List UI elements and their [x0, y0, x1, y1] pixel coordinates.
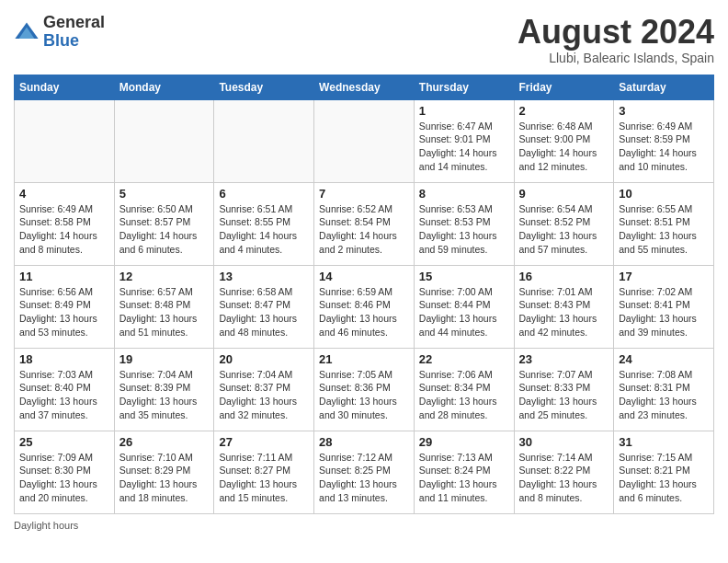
logo-text: General Blue: [43, 14, 105, 51]
calendar-cell: 1Sunrise: 6:47 AMSunset: 9:01 PMDaylight…: [414, 99, 514, 182]
calendar-week-row: 25Sunrise: 7:09 AMSunset: 8:30 PMDayligh…: [15, 431, 714, 513]
day-info: Sunrise: 6:51 AMSunset: 8:55 PMDaylight:…: [219, 202, 309, 257]
day-number: 3: [619, 104, 709, 118]
calendar-cell: [114, 99, 214, 182]
day-info: Sunrise: 6:53 AMSunset: 8:53 PMDaylight:…: [419, 202, 509, 257]
day-info: Sunrise: 7:12 AMSunset: 8:25 PMDaylight:…: [319, 451, 409, 505]
calendar-cell: 9Sunrise: 6:54 AMSunset: 8:52 PMDaylight…: [514, 182, 614, 265]
day-number: 16: [519, 270, 609, 283]
calendar-cell: 25Sunrise: 7:09 AMSunset: 8:30 PMDayligh…: [15, 431, 115, 513]
day-number: 21: [319, 352, 409, 366]
day-info: Sunrise: 6:47 AMSunset: 9:01 PMDaylight:…: [419, 120, 509, 174]
calendar-cell: [214, 99, 314, 182]
day-number: 8: [419, 187, 509, 201]
day-info: Sunrise: 7:11 AMSunset: 8:27 PMDaylight:…: [219, 451, 309, 505]
day-number: 24: [619, 352, 709, 366]
calendar-cell: 20Sunrise: 7:04 AMSunset: 8:37 PMDayligh…: [214, 348, 314, 431]
calendar-cell: 11Sunrise: 6:56 AMSunset: 8:49 PMDayligh…: [15, 265, 115, 348]
calendar-cell: 6Sunrise: 6:51 AMSunset: 8:55 PMDaylight…: [214, 182, 314, 265]
day-info: Sunrise: 7:04 AMSunset: 8:39 PMDaylight:…: [119, 368, 210, 422]
calendar-cell: 26Sunrise: 7:10 AMSunset: 8:29 PMDayligh…: [114, 431, 214, 513]
day-number: 30: [519, 435, 609, 449]
day-info: Sunrise: 6:54 AMSunset: 8:52 PMDaylight:…: [519, 202, 609, 257]
day-number: 31: [619, 435, 709, 449]
calendar-cell: 22Sunrise: 7:06 AMSunset: 8:34 PMDayligh…: [414, 348, 514, 431]
day-info: Sunrise: 6:58 AMSunset: 8:47 PMDaylight:…: [219, 285, 309, 339]
calendar-cell: 15Sunrise: 7:00 AMSunset: 8:44 PMDayligh…: [414, 265, 514, 348]
day-header-friday: Friday: [514, 75, 614, 99]
calendar-cell: 27Sunrise: 7:11 AMSunset: 8:27 PMDayligh…: [214, 431, 314, 513]
day-number: 2: [519, 104, 609, 118]
calendar-cell: 3Sunrise: 6:49 AMSunset: 8:59 PMDaylight…: [614, 99, 714, 182]
day-number: 29: [419, 435, 509, 449]
day-number: 20: [219, 352, 309, 366]
day-number: 9: [519, 187, 609, 201]
calendar-cell: [15, 99, 115, 182]
day-info: Sunrise: 6:59 AMSunset: 8:46 PMDaylight:…: [319, 285, 409, 339]
day-number: 27: [219, 435, 309, 449]
day-number: 1: [419, 104, 509, 118]
calendar-cell: 19Sunrise: 7:04 AMSunset: 8:39 PMDayligh…: [114, 348, 214, 431]
day-header-wednesday: Wednesday: [314, 75, 415, 99]
day-info: Sunrise: 7:14 AMSunset: 8:22 PMDaylight:…: [519, 451, 609, 505]
calendar-cell: 29Sunrise: 7:13 AMSunset: 8:24 PMDayligh…: [414, 431, 514, 513]
calendar-cell: 5Sunrise: 6:50 AMSunset: 8:57 PMDaylight…: [114, 182, 214, 265]
day-number: 12: [119, 270, 210, 283]
day-info: Sunrise: 7:03 AMSunset: 8:40 PMDaylight:…: [19, 368, 109, 422]
day-number: 10: [619, 187, 709, 201]
calendar-cell: 21Sunrise: 7:05 AMSunset: 8:36 PMDayligh…: [314, 348, 415, 431]
day-number: 11: [19, 270, 109, 283]
day-number: 7: [319, 187, 409, 201]
calendar-week-row: 18Sunrise: 7:03 AMSunset: 8:40 PMDayligh…: [15, 348, 714, 431]
calendar-cell: 24Sunrise: 7:08 AMSunset: 8:31 PMDayligh…: [614, 348, 714, 431]
day-info: Sunrise: 6:49 AMSunset: 8:58 PMDaylight:…: [19, 202, 109, 257]
calendar-cell: 2Sunrise: 6:48 AMSunset: 9:00 PMDaylight…: [514, 99, 614, 182]
main-title: August 2024: [518, 14, 714, 51]
day-number: 19: [119, 352, 210, 366]
location-subtitle: Llubi, Balearic Islands, Spain: [518, 51, 714, 65]
day-info: Sunrise: 6:52 AMSunset: 8:54 PMDaylight:…: [319, 202, 409, 257]
footer-daylight: Daylight hours: [14, 520, 714, 531]
day-info: Sunrise: 7:02 AMSunset: 8:41 PMDaylight:…: [619, 285, 709, 339]
calendar-cell: 16Sunrise: 7:01 AMSunset: 8:43 PMDayligh…: [514, 265, 614, 348]
day-info: Sunrise: 6:50 AMSunset: 8:57 PMDaylight:…: [119, 202, 210, 257]
calendar-week-row: 1Sunrise: 6:47 AMSunset: 9:01 PMDaylight…: [15, 99, 714, 182]
calendar-cell: 14Sunrise: 6:59 AMSunset: 8:46 PMDayligh…: [314, 265, 415, 348]
day-header-tuesday: Tuesday: [214, 75, 314, 99]
day-header-sunday: Sunday: [15, 75, 115, 99]
day-info: Sunrise: 6:48 AMSunset: 9:00 PMDaylight:…: [519, 120, 609, 174]
day-info: Sunrise: 7:00 AMSunset: 8:44 PMDaylight:…: [419, 285, 509, 339]
day-number: 6: [219, 187, 309, 201]
day-info: Sunrise: 6:55 AMSunset: 8:51 PMDaylight:…: [619, 202, 709, 257]
day-info: Sunrise: 7:10 AMSunset: 8:29 PMDaylight:…: [119, 451, 210, 505]
day-header-monday: Monday: [114, 75, 214, 99]
calendar-week-row: 4Sunrise: 6:49 AMSunset: 8:58 PMDaylight…: [15, 182, 714, 265]
day-info: Sunrise: 7:13 AMSunset: 8:24 PMDaylight:…: [419, 451, 509, 505]
day-info: Sunrise: 7:06 AMSunset: 8:34 PMDaylight:…: [419, 368, 509, 422]
day-header-saturday: Saturday: [614, 75, 714, 99]
day-number: 4: [19, 187, 109, 201]
day-number: 26: [119, 435, 210, 449]
day-number: 22: [419, 352, 509, 366]
calendar-cell: 28Sunrise: 7:12 AMSunset: 8:25 PMDayligh…: [314, 431, 415, 513]
calendar-cell: 8Sunrise: 6:53 AMSunset: 8:53 PMDaylight…: [414, 182, 514, 265]
day-number: 23: [519, 352, 609, 366]
calendar-header-row: SundayMondayTuesdayWednesdayThursdayFrid…: [15, 75, 714, 99]
calendar-cell: 7Sunrise: 6:52 AMSunset: 8:54 PMDaylight…: [314, 182, 415, 265]
calendar-cell: 30Sunrise: 7:14 AMSunset: 8:22 PMDayligh…: [514, 431, 614, 513]
title-section: August 2024 Llubi, Balearic Islands, Spa…: [518, 14, 714, 65]
calendar-week-row: 11Sunrise: 6:56 AMSunset: 8:49 PMDayligh…: [15, 265, 714, 348]
day-info: Sunrise: 7:05 AMSunset: 8:36 PMDaylight:…: [319, 368, 409, 422]
calendar-cell: 12Sunrise: 6:57 AMSunset: 8:48 PMDayligh…: [114, 265, 214, 348]
day-info: Sunrise: 6:56 AMSunset: 8:49 PMDaylight:…: [19, 285, 109, 339]
day-info: Sunrise: 6:57 AMSunset: 8:48 PMDaylight:…: [119, 285, 210, 339]
day-info: Sunrise: 7:09 AMSunset: 8:30 PMDaylight:…: [19, 451, 109, 505]
day-info: Sunrise: 7:08 AMSunset: 8:31 PMDaylight:…: [619, 368, 709, 422]
calendar-cell: 31Sunrise: 7:15 AMSunset: 8:21 PMDayligh…: [614, 431, 714, 513]
day-number: 25: [19, 435, 109, 449]
day-number: 28: [319, 435, 409, 449]
day-info: Sunrise: 7:01 AMSunset: 8:43 PMDaylight:…: [519, 285, 609, 339]
calendar-cell: 13Sunrise: 6:58 AMSunset: 8:47 PMDayligh…: [214, 265, 314, 348]
calendar-cell: 18Sunrise: 7:03 AMSunset: 8:40 PMDayligh…: [15, 348, 115, 431]
logo-icon: [14, 19, 40, 45]
